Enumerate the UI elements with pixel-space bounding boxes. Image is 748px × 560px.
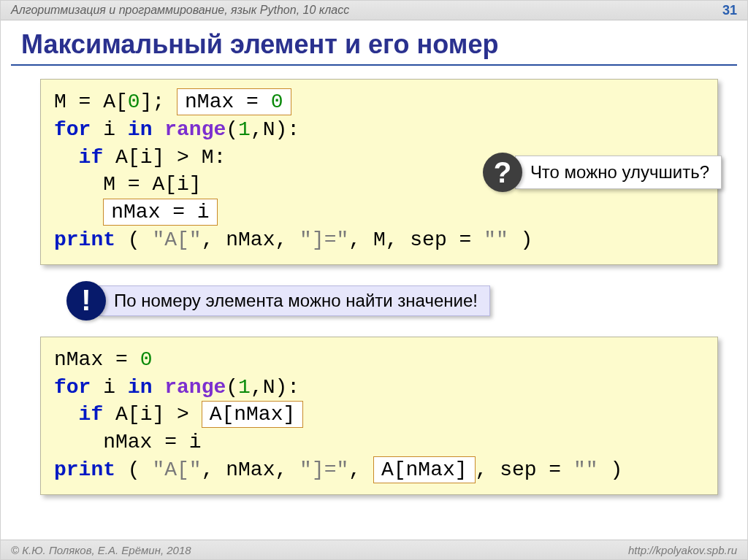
highlight-box-anmax-2: A[nMax] (373, 456, 476, 483)
code-line: print ( "A[", nMax, "]=", M, sep = "" ) (54, 226, 704, 254)
title-underline (11, 64, 737, 66)
code-line: print ( "A[", nMax, "]=", A[nMax], sep =… (54, 456, 704, 484)
code-block-1: M = A[0]; nMax = 0 for i in range(1,N): … (40, 79, 718, 265)
note-text: По номеру элемента можно найти значение! (99, 285, 490, 316)
page-title: Максимальный элемент и его номер (1, 20, 747, 63)
code-line: M = A[0]; nMax = 0 (54, 88, 704, 116)
question-callout: ? Что можно улучшить? (483, 153, 722, 192)
header-left: Алгоритмизация и программирование, язык … (11, 4, 349, 17)
highlight-box-anmax-1: A[nMax] (202, 401, 304, 428)
slide: Алгоритмизация и программирование, язык … (0, 0, 748, 560)
code-line: nMax = 0 (54, 346, 704, 374)
code-line: if A[i] > A[nMax] (54, 401, 704, 429)
code-block-2: nMax = 0 for i in range(1,N): if A[i] > … (40, 337, 718, 495)
exclamation-icon: ! (66, 281, 106, 321)
footer-left: © К.Ю. Поляков, Е.А. Ерёмин, 2018 (11, 544, 191, 556)
code-line: for i in range(1,N): (54, 116, 704, 144)
header-bar: Алгоритмизация и программирование, язык … (1, 1, 747, 20)
question-icon: ? (483, 153, 522, 192)
highlight-box-nmax-i: nMax = i (103, 199, 217, 226)
footer-right: http://kpolyakov.spb.ru (628, 544, 737, 556)
page-number: 31 (722, 3, 737, 18)
note-callout: ! По номеру элемента можно найти значени… (66, 281, 747, 321)
code-line: for i in range(1,N): (54, 374, 704, 402)
footer-bar: © К.Ю. Поляков, Е.А. Ерёмин, 2018 http:/… (1, 540, 747, 559)
code-line: nMax = i (54, 429, 704, 456)
question-text: Что можно улучшить? (515, 156, 722, 189)
code-line: nMax = i (54, 199, 704, 226)
